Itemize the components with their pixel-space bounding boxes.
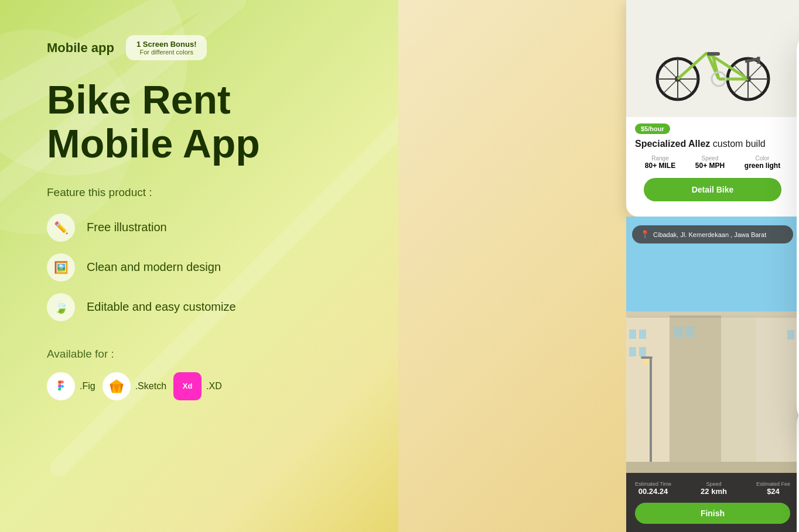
xd-icon: Xd [173,372,202,400]
mobile-app-label: Mobile app [47,40,114,56]
detail-range: Range 80+ MILE [645,155,675,170]
trip-time: Estimated Time 00.24.24 [635,481,671,496]
detail-card: $5/hour Specialized Allez custom build R… [626,0,799,217]
sketch-icon [103,372,131,400]
phone-screen: ☰ Welcome, Max Rent in Cibadak 🔍 [797,29,799,427]
detail-specs: Range 80+ MILE Speed 50+ MPH Color green… [635,155,790,170]
building-2 [670,315,722,462]
figma-label: .Fig [80,381,95,392]
building-1 [626,315,670,462]
illustration-icon: ✏️ [47,214,75,242]
design-icon: 🖼️ [47,253,75,282]
tools-row: .Fig .Sketch Xd .XD [47,372,363,400]
figma-tool: .Fig [47,372,95,400]
xd-label: .XD [206,381,222,392]
feature-design: 🖼️ Clean and modern design [47,253,363,282]
main-title: Bike Rent Mobile App [47,78,363,166]
feature-label: Feature this product : [47,186,363,199]
mobile-app-header: Mobile app 1 Screen Bonus! For different… [47,35,363,60]
bonus-sub: For different colors [136,49,197,56]
feature-illustration: ✏️ Free illustration [47,214,363,242]
figma-icon [47,372,75,400]
location-banner: 📍 Cibadak, Jl. Kemerdekaan , Jawa Barat [632,225,793,243]
svg-marker-7 [110,379,123,384]
trip-info-bar: Estimated Time 00.24.24 Speed 22 kmh Est… [626,473,799,532]
bottom-phone-screen: ‹ ⋮ [797,403,799,532]
customize-icon: 🍃 [47,293,75,321]
detail-speed: Speed 50+ MPH [695,155,725,170]
building-4 [756,315,799,462]
sketch-tool: .Sketch [103,372,166,400]
location-text: Cibadak, Jl. Kemerdekaan , Jawa Barat [653,231,766,238]
xd-tool: Xd .XD [173,372,222,400]
map-card: 📍 Cibadak, Jl. Kemerdekaan , Jawa Barat … [626,217,799,532]
feature-design-text: Clean and modern design [87,260,221,274]
available-label: Available for : [47,348,363,361]
building-3 [721,315,756,462]
right-section: $5/hour Specialized Allez custom build R… [398,0,799,532]
lamppost [650,356,652,462]
svg-rect-25 [707,52,720,56]
phone-nav: ⌂ ◎ ◷ ◻ [797,406,799,418]
feature-illustration-text: Free illustration [87,221,167,234]
detail-bike-svg [648,15,777,102]
bonus-badge: 1 Screen Bonus! For different colors [126,35,207,60]
detail-title: Specialized Allez custom build [635,139,790,149]
bottom-phone: ‹ ⋮ [797,403,799,532]
trip-stats: Estimated Time 00.24.24 Speed 22 kmh Est… [635,481,790,496]
feature-list: ✏️ Free illustration 🖼️ Clean and modern… [47,214,363,321]
detail-bike-image-area [626,0,799,117]
finish-button[interactable]: Finish [635,503,790,524]
detail-card-info: $5/hour Specialized Allez custom build R… [626,117,799,207]
feature-customize: 🍃 Editable and easy customize [47,293,363,321]
detail-color: Color green light [745,155,780,170]
detail-price-badge: $5/hour [635,123,670,134]
feature-customize-text: Editable and easy customize [87,300,236,314]
left-section: Mobile app 1 Screen Bonus! For different… [0,0,398,532]
svg-line-20 [678,53,707,79]
detail-bike-button[interactable]: Detail Bike [644,178,781,201]
bonus-title: 1 Screen Bonus! [136,40,197,49]
trip-speed: Speed 22 kmh [701,481,727,496]
trip-fee: Estimated Fee $24 [756,481,790,496]
buildings [626,315,799,462]
location-pin-icon: 📍 [640,230,650,239]
sketch-label: .Sketch [135,381,166,392]
main-phone: ☰ Welcome, Max Rent in Cibadak 🔍 [797,29,799,427]
